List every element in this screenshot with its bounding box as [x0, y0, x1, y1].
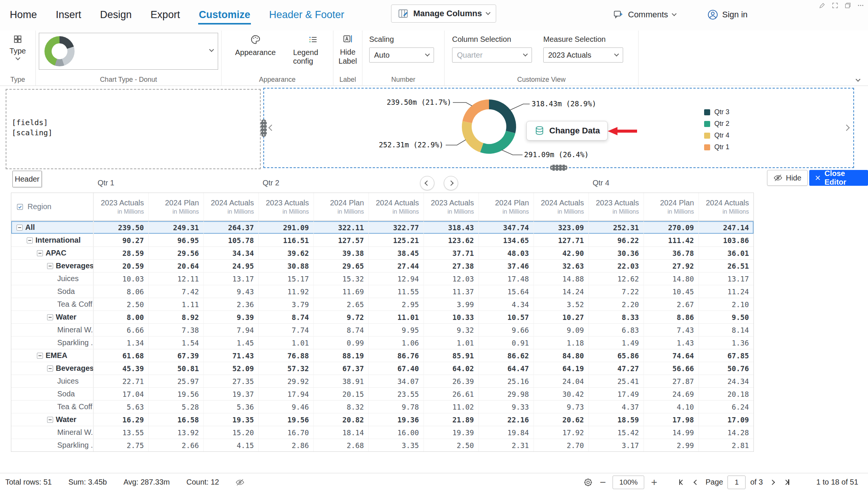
value-cell[interactable]: 76.88 — [258, 349, 313, 362]
value-cell[interactable]: 2.81 — [698, 439, 753, 451]
value-cell[interactable]: 39.62 — [258, 247, 313, 259]
value-cell[interactable]: 15.64 — [478, 285, 533, 298]
chevron-left-icon[interactable] — [269, 125, 274, 132]
value-cell[interactable]: 2.99 — [643, 439, 698, 451]
value-cell[interactable]: 2.50 — [93, 298, 148, 311]
value-cell[interactable]: 1.06 — [368, 337, 423, 349]
value-cell[interactable]: 9.50 — [698, 311, 753, 323]
value-cell[interactable]: 123.62 — [423, 234, 478, 246]
value-cell[interactable]: 17.92 — [533, 426, 588, 439]
value-cell[interactable]: 28.59 — [93, 247, 148, 259]
region-header-cell[interactable]: Region — [11, 193, 93, 220]
pencil-icon[interactable] — [819, 2, 826, 9]
value-cell[interactable]: 21.89 — [423, 413, 478, 426]
value-cell[interactable]: 10.03 — [93, 272, 148, 285]
value-cell[interactable]: 252.31 — [588, 221, 643, 234]
value-cell[interactable]: 270.09 — [643, 221, 698, 234]
value-cell[interactable]: 111.42 — [643, 234, 698, 246]
value-cell[interactable]: 67.40 — [368, 362, 423, 375]
value-cell[interactable]: 2.10 — [698, 298, 753, 311]
value-cell[interactable]: 25.16 — [478, 375, 533, 387]
value-cell[interactable]: 27.92 — [643, 260, 698, 272]
value-cell[interactable]: 88.19 — [313, 349, 368, 362]
value-cell[interactable]: 19.39 — [423, 426, 478, 439]
value-cell[interactable]: 22.03 — [588, 260, 643, 272]
value-cell[interactable]: 103.86 — [698, 234, 753, 246]
windows-icon[interactable] — [844, 2, 851, 9]
value-cell[interactable]: 9.39 — [203, 311, 258, 323]
value-cell[interactable]: 4.10 — [643, 401, 698, 413]
value-cell[interactable]: 84.80 — [533, 349, 588, 362]
value-cell[interactable]: 61.68 — [93, 349, 148, 362]
value-cell[interactable]: 34.07 — [368, 375, 423, 387]
value-cell[interactable]: 10.57 — [478, 311, 533, 323]
value-cell[interactable]: 1.49 — [588, 337, 643, 349]
value-cell[interactable]: 30.42 — [533, 388, 588, 400]
value-cell[interactable]: 22.16 — [478, 413, 533, 426]
value-cell[interactable]: 9.32 — [423, 324, 478, 336]
resize-handle-bottom[interactable] — [550, 165, 567, 171]
value-cell[interactable]: 29.65 — [313, 260, 368, 272]
value-cell[interactable]: 11.24 — [698, 285, 753, 298]
value-cell[interactable]: 13.17 — [698, 272, 753, 285]
value-cell[interactable]: 1.54 — [148, 337, 203, 349]
column-header[interactable]: 2023 Actualsin Millions — [588, 193, 643, 220]
row-label-cell[interactable]: Water — [11, 413, 93, 426]
collapse-icon[interactable] — [47, 314, 53, 320]
value-cell[interactable]: 9.09 — [533, 324, 588, 336]
value-cell[interactable]: 24.04 — [533, 375, 588, 387]
value-cell[interactable]: 64.02 — [423, 362, 478, 375]
value-cell[interactable]: 2.95 — [368, 298, 423, 311]
value-cell[interactable]: 2.75 — [93, 439, 148, 451]
value-cell[interactable]: 14.88 — [533, 272, 588, 285]
column-header[interactable]: 2023 Actualsin Millions — [258, 193, 313, 220]
value-cell[interactable]: 67.37 — [313, 362, 368, 375]
value-cell[interactable]: 8.06 — [93, 285, 148, 298]
value-cell[interactable]: 52.09 — [203, 362, 258, 375]
value-cell[interactable]: 64.47 — [478, 362, 533, 375]
column-header[interactable]: 2024 Actualsin Millions — [533, 193, 588, 220]
value-cell[interactable]: 85.91 — [423, 349, 478, 362]
value-cell[interactable]: 247.14 — [698, 221, 753, 234]
value-cell[interactable]: 12.94 — [368, 272, 423, 285]
value-cell[interactable]: 32.63 — [533, 260, 588, 272]
value-cell[interactable]: 116.51 — [258, 234, 313, 246]
value-cell[interactable]: 3.79 — [258, 298, 313, 311]
value-cell[interactable]: 64.19 — [533, 362, 588, 375]
column-header[interactable]: 2024 Planin Millions — [313, 193, 368, 220]
value-cell[interactable]: 14.24 — [533, 285, 588, 298]
value-cell[interactable]: 20.15 — [313, 388, 368, 400]
collapse-icon[interactable] — [17, 225, 23, 231]
value-cell[interactable]: 6.66 — [93, 324, 148, 336]
collapse-icon[interactable] — [37, 250, 43, 256]
value-cell[interactable]: 11.55 — [368, 285, 423, 298]
row-label-cell[interactable]: Juices — [11, 375, 93, 387]
value-cell[interactable]: 9.72 — [313, 311, 368, 323]
value-cell[interactable]: 96.22 — [588, 234, 643, 246]
value-cell[interactable]: 7.42 — [148, 285, 203, 298]
zoom-in-icon[interactable]: + — [651, 477, 657, 488]
value-cell[interactable]: 14.99 — [643, 426, 698, 439]
value-cell[interactable]: 13.55 — [93, 426, 148, 439]
value-cell[interactable]: 347.74 — [478, 221, 533, 234]
value-cell[interactable]: 1.34 — [93, 337, 148, 349]
tab-design[interactable]: Design — [99, 6, 133, 24]
value-cell[interactable]: 5.63 — [93, 401, 148, 413]
value-cell[interactable]: 90.27 — [93, 234, 148, 246]
value-cell[interactable]: 24.95 — [203, 260, 258, 272]
value-cell[interactable]: 9.33 — [478, 401, 533, 413]
value-cell[interactable]: 20.59 — [93, 260, 148, 272]
value-cell[interactable]: 17.94 — [258, 388, 313, 400]
tab-customize[interactable]: Customize — [198, 6, 251, 24]
value-cell[interactable]: 15.32 — [313, 272, 368, 285]
value-cell[interactable]: 29.92 — [258, 375, 313, 387]
value-cell[interactable]: 2.50 — [423, 439, 478, 451]
row-label-cell[interactable]: Tea & Coff... — [11, 401, 93, 413]
value-cell[interactable]: 3.35 — [368, 439, 423, 451]
value-cell[interactable]: 39.38 — [313, 247, 368, 259]
value-cell[interactable]: 14.80 — [643, 272, 698, 285]
value-cell[interactable]: 2.66 — [148, 439, 203, 451]
value-cell[interactable]: 26.51 — [698, 260, 753, 272]
value-cell[interactable]: 239.50 — [93, 221, 148, 234]
value-cell[interactable]: 2.31 — [478, 439, 533, 451]
